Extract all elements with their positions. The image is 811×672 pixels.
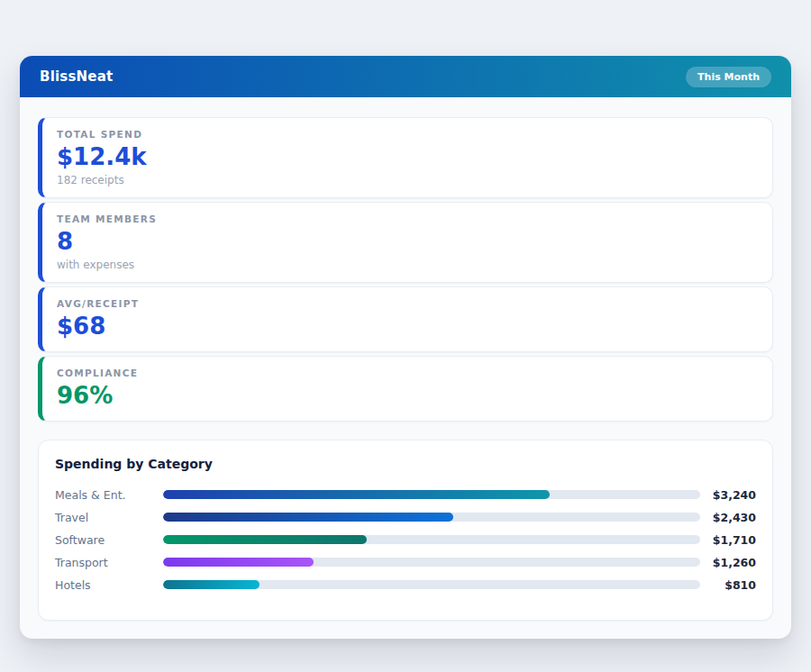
bar-track	[163, 580, 700, 589]
bar-fill	[163, 558, 314, 567]
category-value: $810	[709, 578, 756, 592]
stat-card-total-spend: TOTAL SPEND $12.4k 182 receipts	[38, 117, 773, 198]
category-row-travel: Travel $2,430	[55, 506, 756, 529]
dashboard-card: BlissNeat This Month TOTAL SPEND $12.4k …	[20, 56, 791, 639]
category-value: $1,260	[709, 556, 756, 569]
app-header: BlissNeat This Month	[20, 56, 791, 97]
category-row-software: Software $1,710	[55, 529, 756, 551]
stat-sub: 182 receipts	[57, 174, 758, 186]
category-value: $2,430	[709, 511, 756, 524]
category-label: Travel	[55, 511, 163, 524]
bar-track	[163, 513, 700, 522]
bar-track	[163, 535, 700, 544]
category-label: Hotels	[55, 578, 163, 592]
stat-card-avg-receipt: AVG/RECEIPT $68	[38, 286, 773, 352]
category-label: Meals & Ent.	[55, 488, 163, 502]
stat-card-team-members: TEAM MEMBERS 8 with expenses	[38, 202, 773, 283]
stat-value: $12.4k	[57, 144, 758, 171]
app-title: BlissNeat	[40, 68, 113, 85]
category-value: $1,710	[709, 533, 756, 547]
section-title: Spending by Category	[55, 457, 756, 471]
stat-value: 96%	[57, 383, 758, 410]
stat-card-compliance: COMPLIANCE 96%	[38, 356, 773, 422]
bar-track	[163, 490, 700, 499]
bar-fill	[163, 490, 550, 499]
spending-by-category-card: Spending by Category Meals & Ent. $3,240…	[38, 440, 773, 621]
stat-label: TOTAL SPEND	[57, 129, 758, 140]
stat-label: AVG/RECEIPT	[57, 298, 758, 309]
category-label: Software	[55, 533, 163, 547]
bar-track	[163, 558, 700, 567]
category-row-hotels: Hotels $810	[55, 574, 756, 596]
bar-fill	[163, 513, 453, 522]
bar-fill	[163, 580, 260, 589]
stat-sub: with expenses	[57, 259, 758, 271]
bar-fill	[163, 535, 367, 544]
stat-value: 8	[57, 229, 758, 256]
category-row-transport: Transport $1,260	[55, 551, 756, 574]
dashboard-content: TOTAL SPEND $12.4k 182 receipts TEAM MEM…	[20, 97, 791, 639]
category-label: Transport	[55, 556, 163, 569]
stat-label: TEAM MEMBERS	[57, 213, 758, 224]
period-badge[interactable]: This Month	[686, 67, 771, 87]
category-row-meals: Meals & Ent. $3,240	[55, 484, 756, 506]
stat-label: COMPLIANCE	[57, 368, 758, 378]
category-value: $3,240	[709, 488, 756, 502]
stat-value: $68	[57, 313, 758, 341]
